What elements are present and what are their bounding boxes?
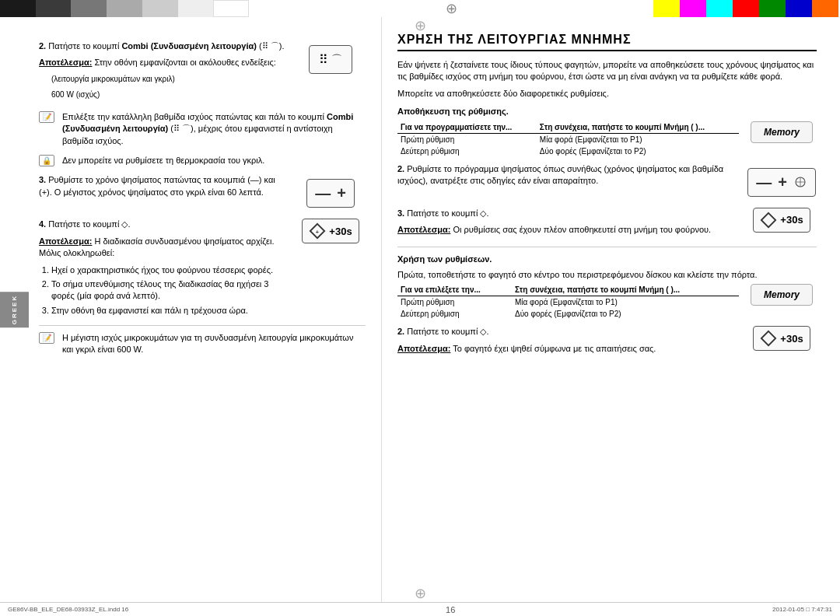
section-title: ΧΡΗΣΗ ΤΗΣ ΛΕΙΤΟΥΡΓΙΑΣ ΜΝΗΜΗΣ (397, 33, 817, 51)
storage-step-2: 2. Ρυθμίστε το πρόγραμμα ψησίματος όπως … (397, 163, 817, 201)
main-content: GREEK 2. Πατήστε το κουμπί Combi (Συνδυα… (0, 17, 840, 602)
intro-paragraph-1: Εάν ψήνετε ή ζεσταίνετε τους ίδιους τύπο… (397, 59, 817, 83)
table-row: Δεύτερη ρύθμιση Δύο φορές (Εμφανίζεται τ… (397, 308, 739, 320)
memory-badge-1: Memory (751, 121, 813, 143)
color-swatch-blue (786, 0, 812, 17)
svg-marker-6 (761, 331, 775, 345)
step-4: 4. Πατήστε το κουμπί ◇. Αποτέλεσμα: Η δι… (39, 219, 366, 319)
plus30-button-icon: + +30s (302, 219, 359, 243)
color-swatch (107, 0, 142, 17)
tip-1-text: Επιλέξτε την κατάλληλη βαθμίδα ισχύος πα… (62, 111, 366, 147)
step-2-label: 2. (39, 41, 46, 51)
table-cell: Δύο φορές (Εμφανίζεται το P2) (537, 145, 739, 157)
tip-2-text: Δεν μπορείτε να ρυθμίσετε τη θερμοκρασία… (62, 155, 264, 166)
color-swatch (0, 0, 36, 17)
right-column: ΧΡΗΣΗ ΤΗΣ ΛΕΙΤΟΥΡΓΙΑΣ ΜΝΗΜΗΣ Εάν ψήνετε … (381, 17, 840, 602)
left-column: GREEK 2. Πατήστε το κουμπί Combi (Συνδυα… (0, 17, 381, 602)
usage-step-1-layout: Για να επιλέξετε την... Στη συνέχεια, πα… (397, 284, 817, 326)
plus-icon-2: + (778, 173, 787, 191)
table-cell: Πρώτη ρύθμιση (397, 133, 537, 145)
table-cell: Δεύτερη ρύθμιση (397, 145, 537, 157)
color-swatch-cyan (706, 0, 733, 17)
color-swatch (71, 0, 107, 17)
note-text: Η μέγιστη ισχύς μικροκυμάτων για τη συνδ… (62, 332, 366, 356)
usage-intro: Πρώτα, τοποθετήστε το φαγητό στο κέντρο … (397, 269, 817, 281)
color-swatch (178, 0, 214, 17)
memory-badge-area-2: Memory (747, 284, 817, 306)
greek-tab: GREEK (0, 292, 29, 327)
table-row: Δεύτερη ρύθμιση Δύο φορές (Εμφανίζεται τ… (397, 145, 739, 157)
svg-text:+: + (316, 229, 319, 236)
usage-table-header-2: Στη συνέχεια, πατήστε το κουμπί Μνήμη ( … (512, 284, 739, 296)
color-swatch (36, 0, 72, 17)
table-row: Πρώτη ρύθμιση Μία φορά (Εμφανίζεται το P… (397, 296, 739, 309)
storage-layout: Για να προγραμματίσετε την... Στη συνέχε… (397, 121, 817, 163)
table-cell: Δύο φορές (Εμφανίζεται το P2) (512, 308, 739, 320)
list-item: Στην οθόνη θα εμφανιστεί και πάλι η τρέχ… (51, 305, 288, 317)
diamond-icon: + (309, 222, 326, 240)
usage-table-header-1: Για να επιλέξετε την... (397, 284, 512, 296)
note-icon-1: 📝 (39, 111, 54, 123)
color-swatch-magenta (680, 0, 706, 17)
step-4-list: Ηχεί ο χαρακτηριστικός ήχος του φούρνου … (51, 264, 288, 317)
usage-title: Χρήση των ρυθμίσεων. (397, 254, 817, 265)
grill-icon (793, 175, 807, 189)
table-header-1: Για να προγραμματίσετε την... (397, 121, 537, 134)
table-header-2: Στη συνέχεια, πατήστε το κουμπί Μνήμη ( … (537, 121, 739, 134)
note-icon-3: 📝 (39, 332, 54, 344)
note-bottom: 📝 Η μέγιστη ισχύς μικροκυμάτων για τη συ… (39, 332, 366, 361)
table-cell: Πρώτη ρύθμιση (397, 296, 512, 309)
table-cell: Μία φορά (Εμφανίζεται το P1) (537, 133, 739, 145)
storage-title: Αποθήκευση της ρύθμισης. (397, 106, 817, 117)
note-icon-2: 🔒 (39, 155, 54, 166)
page-number: 16 (446, 605, 455, 614)
minus-icon-2: — (756, 173, 772, 191)
crosshair-bottom: ⊕ (415, 585, 426, 602)
result-label-storage: Αποτέλεσμα: (397, 225, 450, 234)
plus-icon: + (337, 184, 346, 202)
diamond-icon-3 (760, 330, 777, 347)
step-3: 3. Ρυθμίστε το χρόνο ψησίματος πατώντας … (39, 174, 366, 212)
color-swatch-green (759, 0, 786, 17)
intro-paragraph-2: Μπορείτε να αποθηκεύσετε δύο διαφορετικέ… (397, 88, 817, 100)
memory-badge-area-1: Memory (747, 121, 817, 143)
result-detail-1: (λειτουργία μικροκυμάτων και γκριλ) (51, 74, 288, 85)
plus30-storage-icon: +30s (753, 208, 810, 233)
color-swatch (213, 0, 249, 17)
crosshair-top: ⊕ (415, 17, 426, 34)
step-2: 2. Πατήστε το κουμπί Combi (Συνδυασμένη … (39, 40, 366, 105)
color-swatch-orange (812, 0, 838, 17)
table-cell: Δεύτερη ρύθμιση (397, 308, 512, 320)
bottom-bar: GE86V-BB_ELE_DE68-03933Z_EL.indd 16 16 2… (0, 602, 840, 616)
plus30-usage-icon: +30s (753, 326, 810, 351)
list-item: Το σήμα υπενθύμισης τέλους της διαδικασί… (51, 278, 288, 303)
storage-step-3: 3. Πατήστε το κουμπί ◇. Αποτέλεσμα: Οι ρ… (397, 208, 817, 241)
top-bar-center: ⊕ (249, 0, 653, 17)
result-detail-2: 600 W (ισχύς) (51, 89, 288, 100)
result-label-2: Αποτέλεσμα: (39, 58, 92, 67)
color-swatch-red (733, 0, 759, 17)
combi-button-icon: ⠿ ⌒ (309, 45, 352, 74)
minus-icon: — (315, 184, 331, 202)
top-color-bar: ⊕ (0, 0, 840, 17)
minus-plus-control-2: — + (747, 168, 816, 197)
tip-1: 📝 Επιλέξτε την κατάλληλη βαθμίδα ισχύος … (39, 111, 366, 152)
diamond-icon-2 (760, 212, 777, 229)
result-label-usage: Αποτέλεσμα: (397, 344, 450, 353)
color-swatch-yellow (653, 0, 680, 17)
memory-badge-2: Memory (751, 284, 813, 306)
svg-marker-5 (761, 212, 775, 226)
table-cell: Μία φορά (Εμφανίζεται το P1) (512, 296, 739, 309)
bottom-left-text: GE86V-BB_ELE_DE68-03933Z_EL.indd 16 (8, 606, 128, 613)
storage-table: Για να προγραμματίσετε την... Στη συνέχε… (397, 121, 739, 157)
usage-table: Για να επιλέξετε την... Στη συνέχεια, πα… (397, 284, 739, 320)
usage-step-2: 2. Πατήστε το κουμπί ◇. Αποτέλεσμα: Το φ… (397, 326, 817, 359)
list-item: Ηχεί ο χαρακτηριστικός ήχος του φούρνου … (51, 264, 288, 276)
bottom-right-text: 2012-01-05 □ 7:47:31 (772, 606, 832, 613)
color-swatch (142, 0, 178, 17)
table-row: Πρώτη ρύθμιση Μία φορά (Εμφανίζεται το P… (397, 133, 739, 145)
result-label-4: Αποτέλεσμα: (39, 236, 92, 246)
tip-2: 🔒 Δεν μπορείτε να ρυθμίσετε τη θερμοκρασ… (39, 155, 366, 171)
minus-plus-control: — + (306, 179, 355, 208)
